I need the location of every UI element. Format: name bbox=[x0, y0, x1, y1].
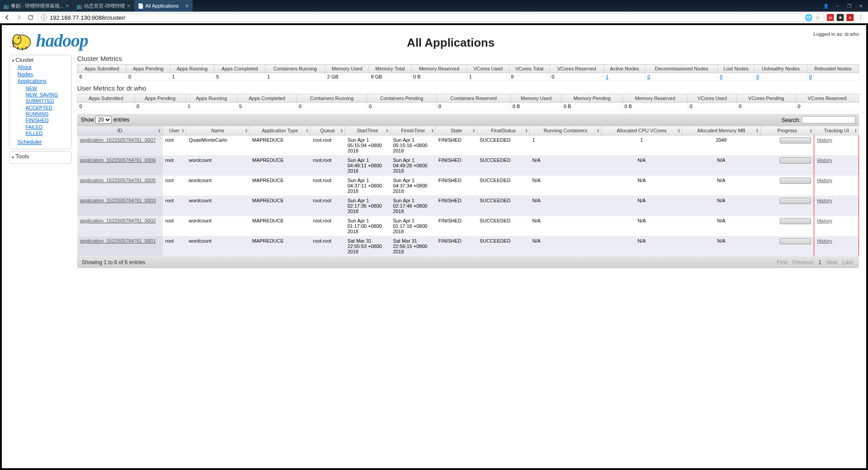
nav-link-new[interactable]: NEW bbox=[26, 85, 69, 91]
cell-tracking: History bbox=[814, 196, 859, 216]
extension-icon-3[interactable]: A bbox=[846, 14, 854, 21]
metric-header: Apps Running bbox=[170, 65, 214, 73]
browser-tab-1[interactable]: 📺 动态首页-哔哩哔哩 × bbox=[73, 0, 135, 12]
app-id-link[interactable]: application_1522505784761_0007 bbox=[80, 137, 156, 143]
column-header[interactable]: Queue▲▼ bbox=[310, 126, 345, 135]
nav-link-running[interactable]: RUNNING bbox=[26, 111, 69, 117]
metric-header: Apps Submitted bbox=[78, 65, 126, 73]
browser-tab-0[interactable]: 📺 番剧 - 哔哩哔哩弹幕视... × bbox=[0, 0, 73, 12]
cell-state: FINISHED bbox=[436, 196, 477, 216]
column-header[interactable]: State▲▼ bbox=[436, 126, 477, 135]
cell-final-status: SUCCEEDED bbox=[477, 176, 530, 196]
column-header[interactable]: User▲▼ bbox=[163, 126, 187, 135]
column-header[interactable]: Tracking UI▲▼ bbox=[814, 126, 859, 135]
tracking-link[interactable]: History bbox=[817, 198, 832, 203]
cell-containers: 1 bbox=[529, 135, 601, 156]
back-button[interactable] bbox=[3, 13, 12, 22]
url-bar[interactable]: i 192.168.77.130:8088/cluster/ 🌐 ☆ bbox=[38, 13, 824, 22]
maximize-button[interactable]: ❐ bbox=[844, 1, 855, 10]
metric-header: Containers Running bbox=[297, 94, 367, 103]
login-info: Logged in as: dr.who bbox=[813, 30, 859, 37]
metric-header: VCores Reserved bbox=[795, 94, 859, 103]
nav-link-applications[interactable]: Applications bbox=[17, 78, 69, 85]
nav-link-killed[interactable]: KILLED bbox=[26, 130, 69, 136]
info-icon[interactable]: i bbox=[41, 14, 47, 21]
metric-value: 0 bbox=[688, 103, 737, 110]
sort-icon: ▲▼ bbox=[182, 128, 185, 133]
page-last[interactable]: Last bbox=[842, 259, 853, 265]
nav-header-cluster[interactable]: Cluster bbox=[12, 57, 69, 63]
app-id-link[interactable]: application_1522505784761_0003 bbox=[80, 198, 156, 203]
close-button[interactable]: ✕ bbox=[855, 1, 866, 10]
tracking-link[interactable]: History bbox=[817, 137, 832, 143]
cell-id: application_1522505784761_0001 bbox=[78, 236, 163, 257]
extension-icon-1[interactable]: M bbox=[827, 14, 834, 21]
column-header[interactable]: Progress▲▼ bbox=[760, 126, 814, 135]
url-actions: 🌐 ☆ bbox=[805, 14, 821, 21]
app-id-link[interactable]: application_1522505784761_0005 bbox=[80, 178, 156, 183]
column-header[interactable]: Running Containers▲▼ bbox=[529, 126, 601, 135]
nav-link-accepted[interactable]: ACCEPTED bbox=[26, 104, 69, 111]
forward-button[interactable] bbox=[14, 13, 23, 22]
browser-tab-2[interactable]: 📄 All Applications × bbox=[135, 0, 193, 12]
search-input[interactable] bbox=[802, 116, 855, 123]
cell-user: root bbox=[163, 156, 187, 176]
metric-header: Apps Pending bbox=[135, 94, 186, 103]
tracking-link[interactable]: History bbox=[817, 238, 832, 244]
tracking-link[interactable]: History bbox=[817, 218, 832, 223]
close-icon[interactable]: × bbox=[185, 2, 189, 9]
nav-link-finished[interactable]: FINISHED bbox=[26, 117, 69, 123]
close-icon[interactable]: × bbox=[127, 2, 130, 9]
app-id-link[interactable]: application_1522505784761_0002 bbox=[80, 218, 156, 223]
extension-icon-2[interactable]: ✱ bbox=[837, 14, 844, 21]
cell-queue: root.root bbox=[310, 156, 345, 176]
nav-link-nodes[interactable]: Nodes bbox=[17, 71, 69, 78]
page-first[interactable]: First bbox=[777, 259, 787, 265]
entries-select[interactable]: 20 bbox=[95, 116, 112, 124]
column-header[interactable]: Name▲▼ bbox=[186, 126, 249, 135]
tracking-link[interactable]: History bbox=[817, 157, 832, 163]
metric-header: Lost Nodes bbox=[718, 65, 754, 73]
metric-header: VCores Total bbox=[509, 65, 549, 73]
nav-link-failed[interactable]: FAILED bbox=[26, 124, 69, 130]
cell-id: application_1522505784761_0003 bbox=[78, 196, 163, 216]
page-next[interactable]: Next bbox=[826, 259, 838, 265]
metric-header: Apps Running bbox=[186, 94, 237, 103]
cell-finish: Sun Apr 1 04:49:28 +0800 2018 bbox=[390, 156, 435, 176]
column-header[interactable]: FinalStatus▲▼ bbox=[477, 126, 530, 135]
page-prev[interactable]: Previous bbox=[792, 259, 813, 265]
close-icon[interactable]: × bbox=[65, 2, 69, 9]
user-icon[interactable]: 👤 bbox=[820, 1, 831, 10]
nav-link-new-saving[interactable]: NEW_SAVING bbox=[26, 91, 69, 98]
metric-value: 5 bbox=[214, 73, 265, 81]
nav-link-scheduler[interactable]: Scheduler bbox=[17, 139, 69, 146]
nav-link-about[interactable]: About bbox=[17, 64, 69, 71]
translate-icon[interactable]: 🌐 bbox=[805, 14, 812, 21]
metric-header: Memory Reserved bbox=[622, 94, 687, 103]
metric-value: 0 bbox=[135, 103, 186, 110]
app-id-link[interactable]: application_1522505784761_0001 bbox=[80, 238, 156, 244]
column-header[interactable]: Application Type▲▼ bbox=[250, 126, 311, 135]
page-current[interactable]: 1 bbox=[818, 259, 821, 265]
cell-containers: N/A bbox=[529, 176, 601, 196]
table-row: application_1522505784761_0006rootwordco… bbox=[78, 156, 859, 176]
nav-header-tools[interactable]: Tools bbox=[12, 153, 69, 160]
column-header[interactable]: ID▲▼ bbox=[78, 126, 163, 135]
bookmark-icon[interactable]: ☆ bbox=[815, 14, 821, 21]
app-id-link[interactable]: application_1522505784761_0006 bbox=[80, 157, 156, 163]
cell-containers: N/A bbox=[529, 236, 601, 257]
reload-button[interactable] bbox=[26, 13, 35, 22]
datatable-controls: Show 20 entries Search: bbox=[77, 114, 859, 126]
cell-queue: root.root bbox=[310, 236, 345, 257]
column-header[interactable]: FinishTime▲▼ bbox=[390, 126, 435, 135]
column-header[interactable]: Allocated CPU VCores▲▼ bbox=[601, 126, 682, 135]
column-header[interactable]: StartTime▲▼ bbox=[345, 126, 390, 135]
nav-link-submitted[interactable]: SUBMITTED bbox=[26, 98, 69, 104]
menu-icon[interactable]: ⋮ bbox=[856, 13, 865, 22]
cell-tracking: History bbox=[814, 176, 859, 196]
column-header[interactable]: Allocated Memory MB▲▼ bbox=[682, 126, 760, 135]
tracking-link[interactable]: History bbox=[817, 178, 832, 183]
minimize-button[interactable]: ─ bbox=[832, 1, 843, 10]
sort-icon: ▲▼ bbox=[431, 128, 434, 133]
metric-value: 5 bbox=[237, 103, 297, 110]
